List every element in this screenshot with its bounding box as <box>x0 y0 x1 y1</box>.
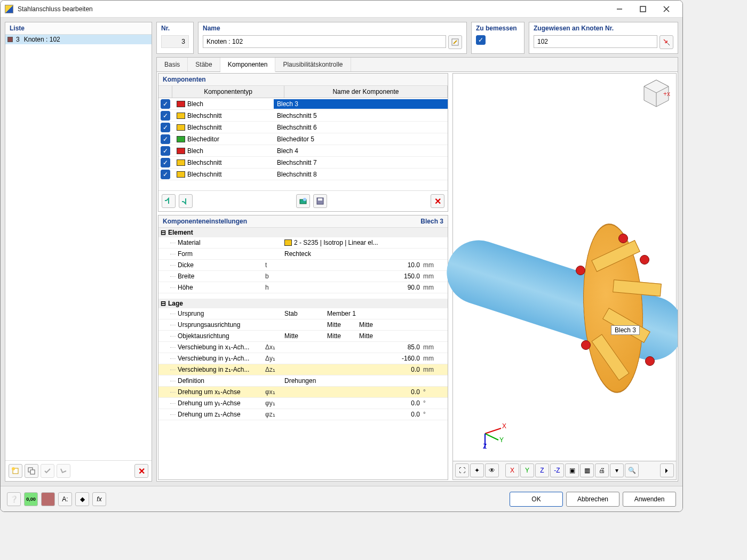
def-key: Definition <box>158 377 265 385</box>
vp-expand-button[interactable]: ⏵ <box>660 463 674 477</box>
bottom-toolbar: ❔ 0,00 A: ◆ fx OK Abbrechen Anwenden <box>1 486 682 511</box>
table-row[interactable]: ✓BlecheditorBlecheditor 5 <box>158 133 448 145</box>
formula-button[interactable]: fx <box>92 492 106 506</box>
save-preset-button[interactable] <box>313 194 327 208</box>
vp-print-menu-button[interactable]: ▾ <box>610 463 624 477</box>
row-type: Blechschnitt <box>187 159 222 166</box>
layer-button[interactable]: ◆ <box>75 492 89 506</box>
uausr-key: Ursprungsausrichtung <box>158 321 265 329</box>
dicke-value[interactable]: 10.0 <box>283 261 423 269</box>
delete-item-button[interactable]: ✕ <box>134 464 148 478</box>
form-value[interactable]: Rechteck <box>283 250 423 258</box>
close-button[interactable] <box>655 1 678 17</box>
row-checkbox[interactable]: ✓ <box>161 146 170 156</box>
collapse-icon[interactable]: ⊟ <box>161 300 166 307</box>
font-button[interactable]: A: <box>58 492 72 506</box>
material-key: Material <box>158 239 265 246</box>
move-up-button[interactable] <box>162 194 176 208</box>
table-row[interactable]: ✓BlechBlech 3 <box>158 98 448 110</box>
ry-key: Drehung um y₁-Achse <box>158 399 265 407</box>
komponenten-table[interactable]: ✓BlechBlech 3✓BlechschnittBlechschnitt 5… <box>158 98 448 190</box>
settings-body[interactable]: ⊟Element Material2 - S235 | Isotrop | Li… <box>158 228 448 479</box>
material-swatch-icon <box>284 239 292 246</box>
vp-origin-button[interactable]: ✦ <box>470 463 484 477</box>
breite-key: Breite <box>158 273 265 280</box>
units-button[interactable]: 0,00 <box>24 492 38 506</box>
vz-value[interactable]: 0.0 <box>283 366 423 373</box>
new-item-button[interactable] <box>9 464 22 478</box>
rz-value[interactable]: 0.0 <box>283 411 423 418</box>
row-name: Blechschnitt 7 <box>274 158 448 167</box>
vp-view-z-button[interactable]: Z <box>535 463 549 477</box>
check-all-button[interactable] <box>41 464 54 478</box>
row-checkbox[interactable]: ✓ <box>161 158 170 167</box>
tab-plausibilitaet[interactable]: Plausibilitätskontrolle <box>275 58 351 71</box>
ursprung-key: Ursprung <box>158 310 265 317</box>
vy-value[interactable]: -160.0 <box>283 355 423 362</box>
vp-eye-button[interactable]: 👁 <box>485 463 499 477</box>
breite-value[interactable]: 150.0 <box>283 273 423 280</box>
maximize-button[interactable] <box>631 1 655 17</box>
copy-item-button[interactable] <box>25 464 38 478</box>
apply-button[interactable]: Anwenden <box>623 492 676 507</box>
vp-view-y-button[interactable]: Y <box>520 463 534 477</box>
row-type: Blechschnitt <box>187 112 222 119</box>
color-button[interactable] <box>41 492 55 506</box>
row-checkbox[interactable]: ✓ <box>161 134 170 144</box>
row-checkbox[interactable]: ✓ <box>161 123 170 132</box>
table-row[interactable]: ✓BlechschnittBlechschnitt 8 <box>158 169 448 180</box>
hohe-value[interactable]: 90.0 <box>283 284 423 291</box>
ry-value[interactable]: 0.0 <box>283 399 423 407</box>
def-value[interactable]: Drehungen <box>283 377 423 385</box>
collapse-icon[interactable]: ⊟ <box>161 229 166 236</box>
grp-element: Element <box>168 229 193 236</box>
tab-basis[interactable]: Basis <box>157 58 188 71</box>
svg-line-19 <box>485 434 498 440</box>
material-value[interactable]: 2 - S235 | Isotrop | Linear el... <box>283 239 423 246</box>
pick-node-button[interactable] <box>659 35 673 49</box>
uncheck-all-button[interactable] <box>57 464 70 478</box>
vx-value[interactable]: 85.0 <box>283 343 423 351</box>
vp-search-button[interactable]: 🔍 <box>625 463 639 477</box>
vp-fit-button[interactable]: ⛶ <box>455 463 469 477</box>
move-down-button[interactable] <box>179 194 193 208</box>
row-checkbox[interactable]: ✓ <box>161 170 170 179</box>
help-button[interactable]: ❔ <box>7 492 21 506</box>
assigned-card: Zugewiesen an Knoten Nr. <box>529 22 678 54</box>
name-input[interactable] <box>203 35 446 48</box>
delete-component-button[interactable]: ✕ <box>431 194 444 208</box>
import-button[interactable] <box>296 194 310 208</box>
rx-value[interactable]: 0.0 <box>283 388 423 396</box>
vp-print-button[interactable]: 🖨 <box>595 463 609 477</box>
row-type: Blechschnitt <box>187 124 222 131</box>
col-name: Name der Komponente <box>284 86 448 98</box>
svg-text:Z: Z <box>483 443 487 450</box>
row-name: Blechschnitt 8 <box>274 170 448 179</box>
table-row[interactable]: ✓BlechschnittBlechschnitt 6 <box>158 122 448 133</box>
3d-viewport[interactable]: +x Blech 3 <box>452 73 677 480</box>
row-type: Blech <box>187 147 203 155</box>
list-item[interactable]: 3 Knoten : 102 <box>5 35 152 44</box>
vp-view-negz-button[interactable]: -Z <box>550 463 564 477</box>
minimize-button[interactable] <box>608 1 631 17</box>
edit-name-button[interactable] <box>448 35 462 49</box>
vp-iso-button[interactable]: ▣ <box>565 463 579 477</box>
bemessen-checkbox[interactable]: ✓ <box>476 35 486 45</box>
list-item-number: 3 <box>16 36 20 43</box>
table-row[interactable]: ✓BlechBlech 4 <box>158 145 448 157</box>
table-row[interactable]: ✓BlechschnittBlechschnitt 7 <box>158 157 448 169</box>
ok-button[interactable]: OK <box>510 492 563 507</box>
cancel-button[interactable]: Abbrechen <box>566 492 619 507</box>
grp-lage: Lage <box>168 300 183 307</box>
assigned-input[interactable] <box>534 35 657 48</box>
table-row[interactable]: ✓BlechschnittBlechschnitt 5 <box>158 110 448 122</box>
list-body[interactable]: 3 Knoten : 102 <box>5 35 152 460</box>
svg-rect-1 <box>640 6 646 12</box>
row-checkbox[interactable]: ✓ <box>161 99 170 109</box>
tab-komponenten[interactable]: Komponenten <box>220 58 276 72</box>
vp-wire-button[interactable]: ▦ <box>580 463 594 477</box>
row-checkbox[interactable]: ✓ <box>161 111 170 121</box>
navigation-cube[interactable]: +x <box>642 79 671 108</box>
vp-view-x-button[interactable]: X <box>505 463 519 477</box>
tab-stabe[interactable]: Stäbe <box>188 58 220 71</box>
